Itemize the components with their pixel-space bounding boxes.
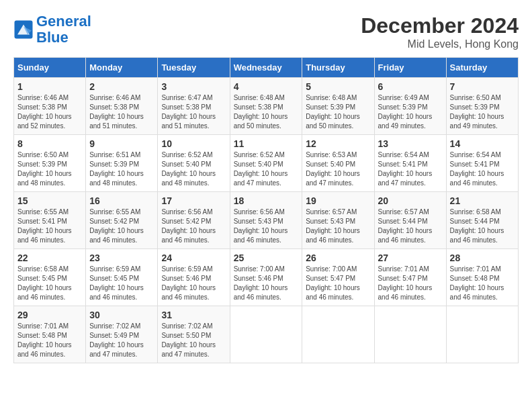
day-info: Sunrise: 6:58 AM Sunset: 5:44 PM Dayligh… [450, 208, 515, 245]
calendar-cell: 16Sunrise: 6:55 AM Sunset: 5:42 PM Dayli… [86, 192, 158, 249]
day-number: 31 [161, 310, 226, 320]
day-header-thursday: Thursday [302, 58, 374, 78]
day-number: 25 [234, 253, 299, 263]
day-info: Sunrise: 6:57 AM Sunset: 5:44 PM Dayligh… [378, 208, 443, 245]
calendar-cell: 3Sunrise: 6:47 AM Sunset: 5:38 PM Daylig… [158, 78, 230, 135]
logo-icon [13, 19, 34, 40]
calendar-cell: 17Sunrise: 6:56 AM Sunset: 5:42 PM Dayli… [158, 192, 230, 249]
day-info: Sunrise: 7:02 AM Sunset: 5:49 PM Dayligh… [89, 322, 154, 359]
day-number: 13 [378, 138, 443, 149]
calendar-week-3: 15Sunrise: 6:55 AM Sunset: 5:41 PM Dayli… [14, 192, 519, 249]
calendar-cell: 11Sunrise: 6:52 AM Sunset: 5:40 PM Dayli… [230, 135, 302, 192]
day-number: 11 [234, 138, 299, 149]
calendar-cell: 1Sunrise: 6:46 AM Sunset: 5:38 PM Daylig… [14, 78, 86, 135]
day-number: 10 [161, 138, 226, 149]
day-info: Sunrise: 6:54 AM Sunset: 5:41 PM Dayligh… [378, 150, 443, 188]
calendar-cell: 7Sunrise: 6:50 AM Sunset: 5:39 PM Daylig… [446, 78, 518, 135]
day-info: Sunrise: 7:00 AM Sunset: 5:46 PM Dayligh… [234, 265, 299, 302]
day-info: Sunrise: 6:59 AM Sunset: 5:46 PM Dayligh… [161, 265, 226, 302]
calendar-header-row: SundayMondayTuesdayWednesdayThursdayFrid… [14, 58, 519, 78]
day-info: Sunrise: 7:00 AM Sunset: 5:47 PM Dayligh… [306, 265, 370, 302]
day-info: Sunrise: 6:50 AM Sunset: 5:39 PM Dayligh… [17, 150, 82, 188]
calendar-cell [302, 306, 374, 363]
calendar-cell: 18Sunrise: 6:56 AM Sunset: 5:43 PM Dayli… [230, 192, 302, 249]
day-number: 15 [17, 195, 82, 206]
calendar-cell: 21Sunrise: 6:58 AM Sunset: 5:44 PM Dayli… [446, 192, 518, 249]
day-number: 18 [234, 195, 299, 206]
title-section: December 2024 Mid Levels, Hong Kong [361, 13, 519, 50]
day-info: Sunrise: 6:47 AM Sunset: 5:38 PM Dayligh… [161, 93, 226, 131]
day-info: Sunrise: 6:57 AM Sunset: 5:43 PM Dayligh… [306, 208, 370, 245]
calendar-cell: 27Sunrise: 7:01 AM Sunset: 5:47 PM Dayli… [374, 249, 446, 306]
day-header-tuesday: Tuesday [158, 58, 230, 78]
calendar-cell: 23Sunrise: 6:59 AM Sunset: 5:45 PM Dayli… [86, 249, 158, 306]
day-info: Sunrise: 6:52 AM Sunset: 5:40 PM Dayligh… [161, 150, 226, 188]
calendar-cell: 2Sunrise: 6:46 AM Sunset: 5:38 PM Daylig… [86, 78, 158, 135]
calendar-cell: 19Sunrise: 6:57 AM Sunset: 5:43 PM Dayli… [302, 192, 374, 249]
day-number: 30 [89, 310, 154, 320]
day-info: Sunrise: 6:46 AM Sunset: 5:38 PM Dayligh… [17, 93, 82, 131]
subtitle: Mid Levels, Hong Kong [361, 38, 519, 50]
day-header-monday: Monday [86, 58, 158, 78]
calendar-cell: 8Sunrise: 6:50 AM Sunset: 5:39 PM Daylig… [14, 135, 86, 192]
calendar-cell: 30Sunrise: 7:02 AM Sunset: 5:49 PM Dayli… [86, 306, 158, 363]
calendar-cell: 10Sunrise: 6:52 AM Sunset: 5:40 PM Dayli… [158, 135, 230, 192]
day-header-saturday: Saturday [446, 58, 518, 78]
day-header-friday: Friday [374, 58, 446, 78]
day-number: 16 [89, 195, 154, 206]
day-number: 23 [89, 253, 154, 263]
day-info: Sunrise: 6:56 AM Sunset: 5:42 PM Dayligh… [161, 208, 226, 245]
calendar-cell: 28Sunrise: 7:01 AM Sunset: 5:48 PM Dayli… [446, 249, 518, 306]
calendar-week-2: 8Sunrise: 6:50 AM Sunset: 5:39 PM Daylig… [14, 135, 519, 192]
day-number: 19 [306, 195, 370, 206]
day-info: Sunrise: 6:55 AM Sunset: 5:41 PM Dayligh… [17, 208, 82, 245]
day-number: 2 [89, 81, 154, 92]
day-number: 28 [450, 253, 515, 263]
calendar-cell [446, 306, 518, 363]
day-number: 20 [378, 195, 443, 206]
day-number: 6 [378, 81, 443, 92]
day-info: Sunrise: 6:59 AM Sunset: 5:45 PM Dayligh… [89, 265, 154, 302]
calendar-cell: 14Sunrise: 6:54 AM Sunset: 5:41 PM Dayli… [446, 135, 518, 192]
day-number: 12 [306, 138, 370, 149]
day-info: Sunrise: 6:54 AM Sunset: 5:41 PM Dayligh… [450, 150, 515, 188]
day-number: 26 [306, 253, 370, 263]
day-info: Sunrise: 6:56 AM Sunset: 5:43 PM Dayligh… [234, 208, 299, 245]
calendar-cell: 25Sunrise: 7:00 AM Sunset: 5:46 PM Dayli… [230, 249, 302, 306]
day-info: Sunrise: 6:49 AM Sunset: 5:39 PM Dayligh… [378, 93, 443, 131]
day-info: Sunrise: 6:50 AM Sunset: 5:39 PM Dayligh… [450, 93, 515, 131]
day-info: Sunrise: 7:01 AM Sunset: 5:48 PM Dayligh… [450, 265, 515, 302]
day-number: 17 [161, 195, 226, 206]
day-info: Sunrise: 6:48 AM Sunset: 5:39 PM Dayligh… [306, 93, 370, 131]
day-info: Sunrise: 6:55 AM Sunset: 5:42 PM Dayligh… [89, 208, 154, 245]
day-number: 14 [450, 138, 515, 149]
day-info: Sunrise: 7:01 AM Sunset: 5:47 PM Dayligh… [378, 265, 443, 302]
calendar-cell [230, 306, 302, 363]
day-info: Sunrise: 7:02 AM Sunset: 5:50 PM Dayligh… [161, 322, 226, 359]
calendar-cell: 13Sunrise: 6:54 AM Sunset: 5:41 PM Dayli… [374, 135, 446, 192]
day-number: 27 [378, 253, 443, 263]
header: GeneralBlue December 2024 Mid Levels, Ho… [13, 13, 519, 50]
calendar-cell: 15Sunrise: 6:55 AM Sunset: 5:41 PM Dayli… [14, 192, 86, 249]
logo-text: GeneralBlue [36, 13, 91, 46]
day-number: 22 [17, 253, 82, 263]
calendar-cell: 24Sunrise: 6:59 AM Sunset: 5:46 PM Dayli… [158, 249, 230, 306]
day-number: 29 [17, 310, 82, 320]
day-number: 24 [161, 253, 226, 263]
day-info: Sunrise: 6:52 AM Sunset: 5:40 PM Dayligh… [234, 150, 299, 188]
day-number: 7 [450, 81, 515, 92]
day-number: 8 [17, 138, 82, 149]
calendar-cell: 4Sunrise: 6:48 AM Sunset: 5:38 PM Daylig… [230, 78, 302, 135]
calendar-week-4: 22Sunrise: 6:58 AM Sunset: 5:45 PM Dayli… [14, 249, 519, 306]
calendar-cell: 29Sunrise: 7:01 AM Sunset: 5:48 PM Dayli… [14, 306, 86, 363]
day-info: Sunrise: 7:01 AM Sunset: 5:48 PM Dayligh… [17, 322, 82, 359]
calendar-cell: 5Sunrise: 6:48 AM Sunset: 5:39 PM Daylig… [302, 78, 374, 135]
calendar-cell: 9Sunrise: 6:51 AM Sunset: 5:39 PM Daylig… [86, 135, 158, 192]
calendar-week-5: 29Sunrise: 7:01 AM Sunset: 5:48 PM Dayli… [14, 306, 519, 363]
day-number: 9 [89, 138, 154, 149]
main-title: December 2024 [361, 13, 519, 38]
day-header-wednesday: Wednesday [230, 58, 302, 78]
day-info: Sunrise: 6:53 AM Sunset: 5:40 PM Dayligh… [306, 150, 370, 188]
day-number: 4 [234, 81, 299, 92]
calendar-table: SundayMondayTuesdayWednesdayThursdayFrid… [13, 57, 519, 363]
